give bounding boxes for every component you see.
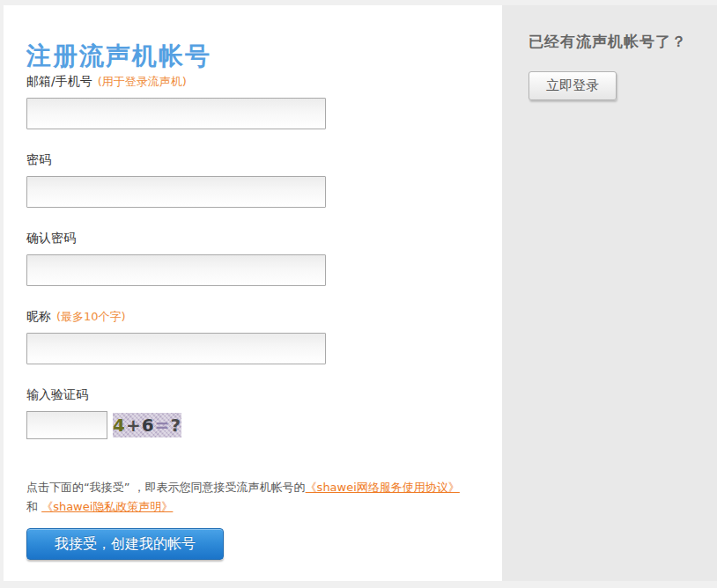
login-button[interactable]: 立即登录 xyxy=(529,71,617,100)
field-group-email: 邮箱/手机号(用于登录流声机) xyxy=(26,74,326,129)
captcha-image: 4+6=? xyxy=(113,413,181,437)
email-label-text: 邮箱/手机号 xyxy=(26,74,92,88)
login-sidebar: 已经有流声机帐号了？ 立即登录 xyxy=(502,5,717,581)
registration-form-panel: 注册流声机帐号 邮箱/手机号(用于登录流声机) 密码 确认密码 昵称(最多10个… xyxy=(4,5,502,581)
terms-link[interactable]: 《shawei网络服务使用协议》 xyxy=(306,481,460,494)
email-input[interactable] xyxy=(26,98,326,129)
email-hint: (用于登录流声机) xyxy=(98,75,187,88)
captcha-char: + xyxy=(126,413,142,437)
email-label: 邮箱/手机号(用于登录流声机) xyxy=(26,74,326,90)
submit-button[interactable]: 我接受，创建我的帐号 xyxy=(26,528,224,560)
nickname-label: 昵称(最多10个字) xyxy=(26,309,326,325)
captcha-label: 输入验证码 xyxy=(26,387,326,403)
page-title: 注册流声机帐号 xyxy=(26,40,211,73)
registration-page: 注册流声机帐号 邮箱/手机号(用于登录流声机) 密码 确认密码 昵称(最多10个… xyxy=(0,0,717,588)
agreement-prefix: 点击下面的“我接受” ，即表示您同意接受流声机帐号的 xyxy=(26,481,306,494)
password-input[interactable] xyxy=(26,176,326,208)
field-group-confirm-password: 确认密码 xyxy=(26,231,326,286)
privacy-link[interactable]: 《shawei隐私政策声明》 xyxy=(41,500,173,513)
confirm-password-label: 确认密码 xyxy=(26,231,326,246)
captcha-row: 4+6=? xyxy=(26,411,326,439)
nickname-label-text: 昵称 xyxy=(26,309,51,323)
field-group-captcha: 输入验证码 4+6=? xyxy=(26,387,326,439)
nickname-hint: (最多10个字) xyxy=(56,310,126,323)
nickname-input[interactable] xyxy=(26,333,326,364)
field-group-nickname: 昵称(最多10个字) xyxy=(26,309,326,364)
existing-account-heading: 已经有流声机帐号了？ xyxy=(529,32,687,52)
captcha-char: 4 xyxy=(113,413,126,437)
confirm-password-input[interactable] xyxy=(26,254,326,286)
agreement-text: 点击下面的“我接受” ，即表示您同意接受流声机帐号的《shawei网络服务使用协… xyxy=(26,478,463,517)
password-label-text: 密码 xyxy=(26,152,51,166)
captcha-char: = xyxy=(155,413,171,437)
captcha-char: 6 xyxy=(142,413,155,437)
agreement-conjunction: 和 xyxy=(26,500,41,513)
confirm-password-label-text: 确认密码 xyxy=(26,231,76,245)
field-group-password: 密码 xyxy=(26,152,326,208)
password-label: 密码 xyxy=(26,152,326,168)
captcha-input[interactable] xyxy=(26,411,107,439)
captcha-char: ? xyxy=(170,413,181,437)
